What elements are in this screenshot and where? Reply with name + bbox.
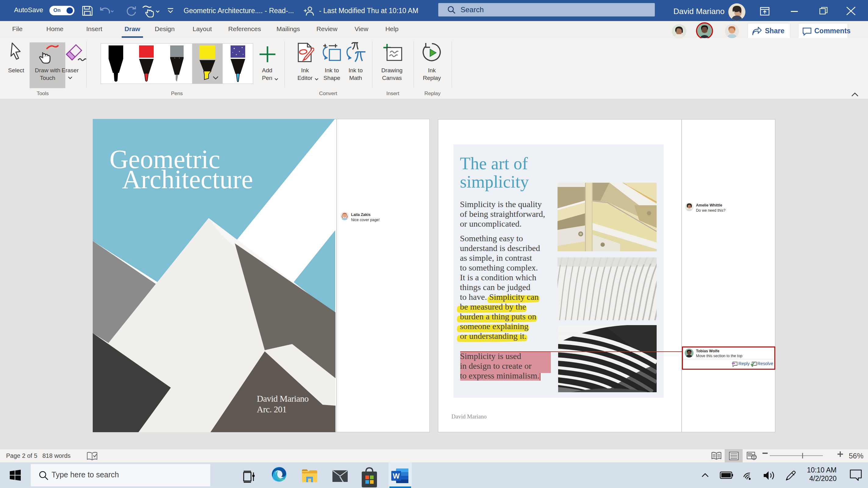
svg-text:David Mariano: David Mariano	[257, 394, 309, 403]
svg-text:W: W	[393, 472, 400, 480]
svg-text:Arc. 201: Arc. 201	[257, 404, 286, 414]
svg-text:Architecture: Architecture	[122, 165, 253, 194]
